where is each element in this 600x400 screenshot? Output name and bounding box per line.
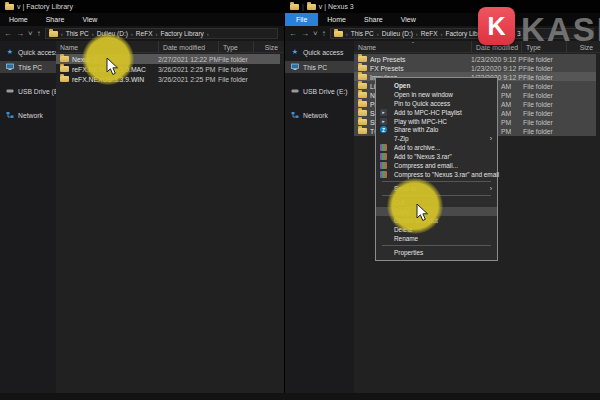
sidebar-item-usb-drive[interactable]: USB Drive (E:) <box>285 85 354 97</box>
mouse-cursor <box>416 203 430 223</box>
up-icon[interactable]: ↑ <box>322 29 326 38</box>
menu-item-play-with-mpc-hc[interactable]: ▸ Play with MPC-HC <box>376 117 497 126</box>
breadcrumb-drive[interactable]: Dulieu (D:) <box>382 30 413 37</box>
menu-item-label: Rename <box>394 235 418 242</box>
menu-item-properties[interactable]: Properties <box>376 248 497 257</box>
menu-item-label: 7-Zip <box>394 135 409 142</box>
sidebar-item-this-pc[interactable]: This PC <box>285 61 354 73</box>
screen-bottom-strip <box>0 393 600 400</box>
tab-home[interactable]: Home <box>318 13 355 26</box>
sidebar-item-label: Network <box>18 112 43 119</box>
tab-view[interactable]: View <box>73 13 106 26</box>
tab-view[interactable]: View <box>392 13 425 26</box>
tab-share[interactable]: Share <box>355 13 392 26</box>
forward-icon[interactable]: → <box>16 29 24 38</box>
menu-item-delete[interactable]: Delete <box>376 225 497 234</box>
window-title: v | Nexus 3 <box>319 3 354 10</box>
menu-item-label: Compress and email... <box>394 162 458 169</box>
winrar-icon <box>380 144 387 151</box>
breadcrumb-this-pc[interactable]: This PC <box>351 30 374 37</box>
menu-item-label: Compress to "Nexus 3.rar" and email <box>394 171 499 178</box>
menu-item-share-with-zalo[interactable]: Z Share with Zalo <box>376 125 497 134</box>
breadcrumb-this-pc[interactable]: This PC <box>66 30 89 37</box>
quick-access-star-icon: ★ <box>291 48 299 56</box>
folder-icon <box>358 128 367 134</box>
ribbon-tabs: Home Share View <box>0 13 284 26</box>
column-header-type[interactable]: Type <box>218 41 253 53</box>
breadcrumb-factory-library[interactable]: Factory Library <box>160 30 203 37</box>
kashi-watermark-text: KASHI <box>521 11 600 49</box>
winrar-icon <box>380 153 387 160</box>
menu-item-open[interactable]: Open <box>376 81 497 90</box>
sidebar-item-label: Quick access <box>303 49 343 56</box>
sidebar-item-this-pc[interactable]: This PC <box>0 61 56 73</box>
back-icon[interactable]: ← <box>4 29 12 38</box>
recent-locations-icon[interactable]: ˅ <box>313 29 318 38</box>
back-icon[interactable]: ← <box>289 29 297 38</box>
navigation-pane: ★ Quick access This PC USB Drive (E:) N <box>285 41 354 393</box>
menu-item-pin-to-quick-access[interactable]: Pin to Quick access <box>376 99 497 108</box>
column-header-size[interactable]: Size <box>253 41 281 53</box>
this-pc-icon <box>291 63 299 71</box>
winrar-icon <box>380 162 387 169</box>
sidebar-item-quick-access[interactable]: ★ Quick access <box>0 46 56 58</box>
sidebar-item-label: This PC <box>18 64 42 71</box>
mpc-hc-icon: ▸ <box>380 118 387 125</box>
file-date: 2/27/2021 12:22 PM <box>158 54 218 64</box>
qat-folder-icon[interactable] <box>307 4 316 10</box>
sidebar-item-usb-drive[interactable]: USB Drive (E:) <box>0 85 56 97</box>
folder-icon <box>358 65 367 71</box>
recent-locations-icon[interactable]: ˅ <box>28 29 33 38</box>
submenu-arrow-icon: › <box>490 185 492 192</box>
menu-item-compress-to-nexus-rar-and-email[interactable]: Compress to "Nexus 3.rar" and email <box>376 170 497 179</box>
sidebar-item-quick-access[interactable]: ★ Quick access <box>285 46 354 58</box>
kashi-logo-badge: K <box>478 7 515 45</box>
menu-item-label: Share with Zalo <box>394 126 438 133</box>
explorer-window-factory-library: v | Factory Library Home Share View ← → … <box>0 0 284 393</box>
menu-item-open-in-new-window[interactable]: Open in new window <box>376 90 497 99</box>
breadcrumb-refx[interactable]: ReFX <box>421 30 438 37</box>
file-list: ˆ Name Date modified Type Size Nexus 3 2… <box>56 41 284 393</box>
tab-share[interactable]: Share <box>37 13 74 26</box>
mpc-hc-icon: ▸ <box>380 109 387 116</box>
menu-item-rename[interactable]: Rename <box>376 234 497 243</box>
address-bar[interactable]: › This PC › Dulieu (D:) › ReFX › Factory… <box>45 28 278 39</box>
tab-home[interactable]: Home <box>0 13 37 26</box>
desktop: v | Factory Library Home Share View ← → … <box>0 0 600 400</box>
sidebar-item-label: This PC <box>303 64 327 71</box>
menu-item-add-to-archive[interactable]: Add to archive... <box>376 143 497 152</box>
quick-access-star-icon: ★ <box>6 48 14 56</box>
click-highlight-circle <box>387 178 443 234</box>
address-folder-icon <box>334 31 343 37</box>
folder-icon <box>358 83 367 89</box>
usb-drive-icon <box>6 87 14 95</box>
file-type: File folder <box>218 64 258 74</box>
this-pc-icon <box>6 63 14 71</box>
file-date: 3/26/2021 2:25 PM <box>158 64 218 74</box>
menu-item-label: Add to MPC-HC Playlist <box>394 109 462 116</box>
column-header-date[interactable]: Date modified <box>158 41 218 53</box>
forward-icon[interactable]: → <box>301 29 309 38</box>
folder-icon <box>358 110 367 116</box>
breadcrumb-refx[interactable]: ReFX <box>136 30 153 37</box>
menu-item-compress-and-email[interactable]: Compress and email... <box>376 161 497 170</box>
submenu-arrow-icon: › <box>490 135 492 142</box>
title-bar[interactable]: v | Factory Library <box>0 0 284 13</box>
file-date: 3/26/2021 2:25 PM <box>158 74 218 84</box>
folder-icon <box>358 74 367 80</box>
tab-file[interactable]: File <box>285 13 318 26</box>
folder-icon <box>60 76 69 82</box>
sidebar-item-network[interactable]: Network <box>0 109 56 121</box>
menu-item-label: Open <box>394 82 410 89</box>
menu-item-label: Open in new window <box>394 91 453 98</box>
menu-separator <box>382 245 491 246</box>
file-type: File folder <box>218 54 258 64</box>
network-icon <box>291 111 299 119</box>
column-header-name[interactable]: Name <box>354 41 471 53</box>
menu-item-add-to-mpc-hc-playlist[interactable]: ▸ Add to MPC-HC Playlist <box>376 108 497 117</box>
menu-item-7-zip[interactable]: 7-Zip › <box>376 134 497 143</box>
menu-item-add-to-nexus-rar[interactable]: Add to "Nexus 3.rar" <box>376 152 497 161</box>
up-icon[interactable]: ↑ <box>37 29 41 38</box>
sidebar-item-network[interactable]: Network <box>285 109 354 121</box>
file-type: File folder <box>218 74 258 84</box>
